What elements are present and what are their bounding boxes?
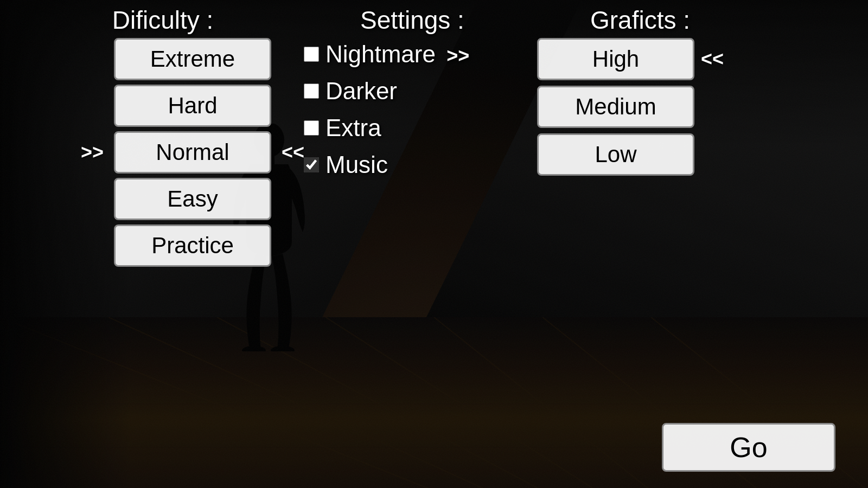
extra-label: Extra [326, 114, 381, 142]
graficts-row-low: Low [537, 133, 724, 176]
setting-extra: Extra [304, 114, 469, 142]
extra-checkbox[interactable] [304, 120, 319, 136]
difficulty-row-easy: Easy [76, 178, 309, 220]
difficulty-row-normal: >> Normal << [76, 131, 309, 174]
easy-arrow-left [76, 188, 108, 210]
medium-button[interactable]: Medium [537, 86, 694, 128]
low-button[interactable]: Low [537, 133, 694, 176]
normal-arrow-left: >> [76, 141, 108, 164]
easy-button[interactable]: Easy [114, 178, 271, 220]
difficulty-row-hard: Hard [76, 85, 309, 127]
difficulty-header-label: Dificulty : [112, 6, 214, 34]
easy-arrow-right [277, 188, 309, 210]
high-arrow: << [701, 48, 724, 70]
practice-arrow-right [277, 234, 309, 257]
extreme-button[interactable]: Extreme [114, 38, 271, 80]
graficts-header-label: Graficts : [590, 6, 690, 34]
graficts-column-header: Graficts : [537, 5, 743, 35]
settings-column-header: Settings : [293, 5, 532, 35]
extreme-arrow-left [76, 48, 108, 70]
difficulty-column-header: Dificulty : [65, 5, 260, 35]
go-button[interactable]: Go [662, 423, 835, 472]
difficulty-row-extreme: Extreme [76, 38, 309, 80]
high-button[interactable]: High [537, 38, 694, 80]
difficulty-row-practice: Practice [76, 224, 309, 267]
difficulty-section: Extreme Hard >> Normal << Easy Practice [76, 38, 309, 267]
setting-music: Music [304, 151, 469, 178]
nightmare-label: Nightmare >> [326, 41, 469, 68]
hard-arrow-left [76, 94, 108, 117]
music-label: Music [326, 151, 388, 178]
graficts-row-medium: Medium [537, 86, 724, 128]
hard-button[interactable]: Hard [114, 85, 271, 127]
settings-header-label: Settings : [360, 6, 464, 34]
setting-darker: Darker [304, 78, 469, 105]
nightmare-arrow: >> [446, 44, 469, 67]
darker-label: Darker [326, 78, 397, 105]
normal-button[interactable]: Normal [114, 131, 271, 174]
music-checkbox[interactable] [304, 157, 319, 172]
graficts-row-high: High << [537, 38, 724, 80]
practice-arrow-left [76, 234, 108, 257]
setting-nightmare: Nightmare >> [304, 41, 469, 68]
darker-checkbox[interactable] [304, 84, 319, 99]
practice-button[interactable]: Practice [114, 224, 271, 267]
settings-section: Nightmare >> Darker Extra Music [304, 41, 469, 178]
ui-layer: Dificulty : Settings : Graficts : Extrem… [0, 0, 868, 488]
nightmare-checkbox[interactable] [304, 47, 319, 62]
graficts-section: High << Medium Low [537, 38, 724, 176]
